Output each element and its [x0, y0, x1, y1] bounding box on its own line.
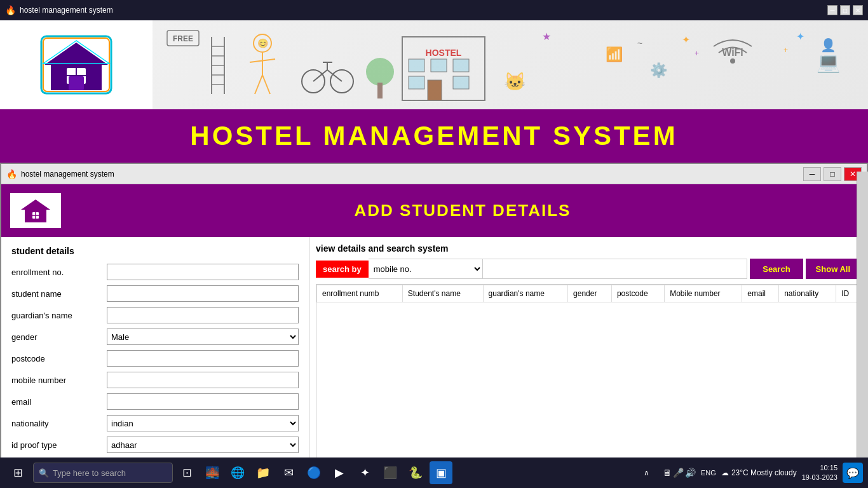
- taskbar-search-text: Type here to search: [53, 468, 126, 478]
- notification-button[interactable]: 💬: [843, 463, 863, 483]
- col-nationality: nationality: [779, 285, 836, 302]
- inner-titlebar: 🔥 hostel management system ─ □ ✕: [1, 164, 867, 184]
- select-id-proof[interactable]: adhaar passport driving license: [107, 437, 299, 453]
- tray-icon-mic[interactable]: 🎤: [673, 468, 684, 478]
- svg-line-23: [262, 75, 270, 94]
- clock-display[interactable]: 10:15 19-03-2023: [802, 463, 837, 483]
- taskbar-icon-explorer[interactable]: 📁: [252, 461, 275, 484]
- svg-marker-2: [44, 43, 108, 65]
- search-icon: 🔍: [39, 468, 49, 478]
- weather-text: 23°C Mostly cloudy: [731, 468, 797, 477]
- language-indicator[interactable]: ENG: [701, 469, 716, 477]
- svg-text:★: ★: [542, 31, 551, 42]
- outer-title-icon: 🔥: [5, 5, 16, 15]
- right-sidebar-strip: [857, 172, 868, 477]
- input-enrollment[interactable]: [107, 264, 299, 280]
- system-tray-expand[interactable]: ∧: [635, 461, 658, 484]
- svg-line-22: [255, 75, 262, 94]
- search-input[interactable]: [483, 259, 748, 279]
- svg-rect-32: [409, 59, 424, 72]
- col-email: email: [742, 285, 779, 302]
- col-mobile: Mobile number: [665, 285, 742, 302]
- form-row-nationality: nationality indian other: [1, 412, 309, 434]
- taskbar-icon-edge[interactable]: 🌐: [226, 461, 249, 484]
- col-guardian-name: guardian's name: [483, 285, 568, 302]
- form-row-guardian: guardian's name: [1, 304, 309, 326]
- form-row-student-name: student name: [1, 283, 309, 304]
- select-gender[interactable]: Male Female Other: [107, 329, 299, 345]
- taskbar-icon-app2[interactable]: ▣: [430, 461, 452, 484]
- taskbar-icon-bridge[interactable]: 🌉: [201, 461, 224, 484]
- table-container[interactable]: enrollment numb Student's name guardian'…: [316, 284, 860, 487]
- tray-icon-speaker[interactable]: 🔊: [685, 468, 696, 478]
- search-by-badge: search by: [316, 261, 369, 278]
- col-gender: gender: [568, 285, 612, 302]
- svg-text:FREE: FREE: [173, 34, 193, 43]
- logo-icon: [38, 33, 114, 97]
- svg-marker-53: [21, 200, 50, 210]
- header-banner: FREE 😊: [0, 20, 868, 109]
- show-all-button[interactable]: Show All: [806, 259, 860, 279]
- data-table: enrollment numb Student's name guardian'…: [316, 285, 860, 302]
- taskbar-icon-app1[interactable]: ✦: [353, 461, 376, 484]
- taskbar-icon-vscode[interactable]: ⬛: [379, 461, 402, 484]
- svg-text:✦: ✦: [796, 31, 804, 42]
- svg-rect-35: [409, 76, 424, 89]
- svg-rect-37: [428, 80, 442, 100]
- svg-rect-7: [69, 76, 84, 90]
- label-email: email: [11, 397, 100, 407]
- taskbar-icon-youtube[interactable]: ▶: [328, 461, 351, 484]
- label-student-name: student name: [11, 289, 100, 299]
- inner-title-icon: 🔥: [6, 169, 17, 179]
- weather-icon: ☁: [721, 468, 729, 477]
- svg-text:✦: ✦: [682, 34, 690, 45]
- svg-rect-34: [453, 59, 469, 72]
- svg-text:~: ~: [637, 38, 642, 48]
- table-header-row: enrollment numb Student's name guardian'…: [317, 285, 860, 302]
- time: 10:15: [802, 463, 837, 473]
- inner-section-header: ADD STUDENT DETAILS: [1, 184, 867, 237]
- form-row-gender: gender Male Female Other: [1, 326, 309, 348]
- inner-window: 🔥 hostel management system ─ □ ✕ ADD STU…: [0, 163, 868, 488]
- form-row-email: email: [1, 391, 309, 412]
- main-content: student details enrollment no. student n…: [1, 237, 867, 488]
- taskbar-icon-chrome[interactable]: 🔵: [302, 461, 325, 484]
- svg-text:📶: 📶: [606, 46, 623, 63]
- select-nationality[interactable]: indian other: [107, 415, 299, 431]
- svg-line-27: [327, 70, 342, 81]
- tray-icon-network[interactable]: 🖥: [663, 468, 672, 478]
- svg-rect-33: [431, 59, 447, 72]
- search-bar: search by mobile no. enrollment no. stud…: [316, 259, 860, 279]
- close-btn[interactable]: ✕: [853, 5, 863, 15]
- input-email[interactable]: [107, 393, 299, 410]
- input-student-name[interactable]: [107, 285, 299, 302]
- taskbar-icon-mail[interactable]: ✉: [277, 461, 300, 484]
- inner-restore-btn[interactable]: □: [824, 167, 841, 181]
- input-mobile[interactable]: [107, 372, 299, 388]
- col-id: ID: [836, 285, 860, 302]
- col-postcode: postcode: [611, 285, 664, 302]
- doodle-art: FREE 😊: [161, 24, 860, 105]
- inner-minimize-btn[interactable]: ─: [803, 167, 821, 181]
- search-dropdown[interactable]: mobile no. enrollment no. student name: [369, 259, 483, 279]
- logo-area: [0, 20, 153, 109]
- label-gender: gender: [11, 332, 100, 342]
- label-enrollment: enrollment no.: [11, 268, 100, 277]
- weather-display: ☁ 23°C Mostly cloudy: [721, 468, 797, 477]
- restore-btn[interactable]: □: [840, 5, 850, 15]
- app-title: HOSTEL MANAGEMENT SYSTEM: [11, 121, 857, 151]
- start-button[interactable]: ⊞: [5, 460, 31, 485]
- svg-point-38: [366, 58, 394, 86]
- taskbar: ⊞ 🔍 Type here to search ⊡ 🌉 🌐 📁 ✉ 🔵 ▶ ✦ …: [0, 458, 868, 488]
- svg-text:HOSTEL: HOSTEL: [426, 48, 462, 58]
- svg-text:⚙️: ⚙️: [650, 62, 668, 79]
- right-panel-title: view details and search system: [316, 243, 860, 259]
- taskbar-icon-python[interactable]: 🐍: [404, 461, 427, 484]
- svg-text:+: +: [695, 49, 699, 58]
- minimize-btn[interactable]: ─: [827, 5, 837, 15]
- taskbar-search-box[interactable]: 🔍 Type here to search: [33, 463, 173, 483]
- taskbar-icon-taskview[interactable]: ⊡: [175, 461, 198, 484]
- input-postcode[interactable]: [107, 350, 299, 367]
- input-guardian[interactable]: [107, 307, 299, 323]
- search-button[interactable]: Search: [750, 259, 803, 279]
